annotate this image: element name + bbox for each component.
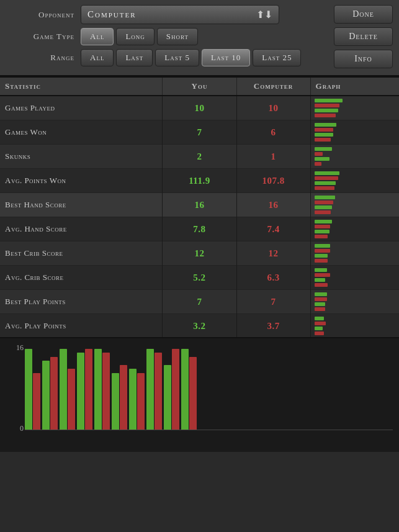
done-button[interactable]: Done	[334, 5, 393, 24]
table-row: Skunks 2 1	[0, 145, 399, 169]
graph-cell	[310, 96, 399, 120]
you-value-cell: 3.2	[163, 314, 236, 338]
side-buttons: Done Delete Info	[334, 5, 393, 68]
chart-bar-green	[164, 365, 171, 430]
chart-bar-red	[120, 365, 127, 430]
table-body: Games Played 10 10 Games Won 7 6 Skunks	[0, 96, 399, 337]
game-type-label: Game Type	[6, 32, 74, 42]
chart-bar-red	[68, 369, 75, 430]
you-value-cell: 7.8	[163, 217, 236, 241]
chart-bar-red	[172, 349, 179, 430]
you-value-cell: 111.9	[163, 169, 236, 193]
stats-table-wrapper: Statistic You Computer Graph Games Playe…	[0, 76, 399, 337]
graph-cell	[310, 145, 399, 169]
range-last-button[interactable]: Last	[116, 49, 153, 66]
game-type-short-button[interactable]: Short	[157, 28, 198, 45]
opponent-row: Opponent Computer ⬆⬇	[6, 5, 334, 24]
chart-bar-red	[155, 353, 162, 430]
comp-value-cell: 6	[236, 120, 310, 145]
graph-cell	[310, 217, 399, 241]
chart-bar-green	[181, 349, 189, 430]
graph-cell	[310, 266, 399, 290]
you-value-cell: 10	[163, 96, 236, 120]
range-buttons: All Last Last 5 Last 10 Last 25	[81, 49, 301, 66]
chart-bar-pair	[181, 349, 197, 430]
controls-layout: Opponent Computer ⬆⬇ Game Type All Long …	[6, 5, 393, 70]
chart-bar-green	[25, 349, 32, 430]
range-row: Range All Last Last 5 Last 10 Last 25	[6, 49, 334, 66]
stat-name-cell: Skunks	[0, 145, 163, 169]
opponent-label: Opponent	[6, 10, 74, 20]
comp-value-cell: 7	[236, 290, 310, 314]
stats-table-section[interactable]: Statistic You Computer Graph Games Playe…	[0, 76, 399, 337]
range-last5-button[interactable]: Last 5	[155, 49, 199, 66]
chart-bars-area	[25, 343, 393, 430]
graph-cell	[310, 120, 399, 145]
you-value-cell: 5.2	[163, 266, 236, 290]
chart-bar-red	[85, 349, 92, 430]
range-label: Range	[6, 53, 74, 63]
comp-value-cell: 6.3	[236, 266, 310, 290]
chart-bar-red	[102, 353, 110, 430]
comp-value-cell: 16	[236, 193, 310, 217]
chart-y-axis: 16 0	[5, 343, 24, 433]
you-value-cell: 7	[163, 120, 236, 145]
graph-cell	[310, 169, 399, 193]
table-row: Best Hand Score 16 16	[0, 193, 399, 217]
chart-bar-pair	[42, 357, 58, 430]
chart-bar-green	[42, 361, 50, 430]
chart-bar-green	[129, 369, 137, 430]
left-controls: Opponent Computer ⬆⬇ Game Type All Long …	[6, 5, 334, 70]
dropdown-arrow-icon: ⬆⬇	[256, 9, 272, 20]
header-row: Statistic You Computer Graph	[0, 78, 399, 96]
table-row: Avg. Crib Score 5.2 6.3	[0, 266, 399, 290]
chart-y-bottom: 0	[5, 424, 24, 433]
comp-value-cell: 12	[236, 241, 310, 266]
game-type-long-button[interactable]: Long	[116, 28, 154, 45]
chart-bar-green	[60, 349, 67, 430]
table-row: Avg. Hand Score 7.8 7.4	[0, 217, 399, 241]
info-button[interactable]: Info	[334, 50, 393, 68]
col-you: You	[163, 78, 236, 96]
table-row: Best Play Points 7 7	[0, 290, 399, 314]
game-type-row: Game Type All Long Short	[6, 28, 334, 45]
graph-cell	[310, 193, 399, 217]
chart-bar-red	[50, 357, 58, 430]
table-row: Best Crib Score 12 12	[0, 241, 399, 266]
comp-value-cell: 3.7	[236, 314, 310, 338]
chart-bar-red	[33, 373, 40, 430]
chart-bar-pair	[164, 349, 179, 430]
game-type-buttons: All Long Short	[81, 28, 198, 45]
you-value-cell: 7	[163, 290, 236, 314]
comp-value-cell: 107.8	[236, 169, 310, 193]
stat-name-cell: Best Play Points	[0, 290, 163, 314]
chart-bar-green	[112, 373, 119, 430]
chart-bar-pair	[25, 349, 40, 430]
stats-table: Statistic You Computer Graph Games Playe…	[0, 78, 399, 337]
opponent-selector[interactable]: Computer ⬆⬇	[81, 5, 279, 24]
comp-value-cell: 7.4	[236, 217, 310, 241]
chart-bar-red	[137, 373, 145, 430]
comp-value-cell: 10	[236, 96, 310, 120]
stat-name-cell: Avg. Crib Score	[0, 266, 163, 290]
chart-bar-green	[77, 353, 84, 430]
top-controls: Opponent Computer ⬆⬇ Game Type All Long …	[0, 0, 399, 76]
game-type-all-button[interactable]: All	[81, 28, 114, 45]
chart-bar-pair	[112, 365, 127, 430]
stat-name-cell: Avg. Hand Score	[0, 217, 163, 241]
delete-button[interactable]: Delete	[334, 27, 393, 46]
range-last10-button[interactable]: Last 10	[202, 49, 250, 66]
range-last25-button[interactable]: Last 25	[253, 49, 301, 66]
table-row: Avg. Play Points 3.2 3.7	[0, 314, 399, 338]
you-value-cell: 16	[163, 193, 236, 217]
you-value-cell: 12	[163, 241, 236, 266]
table-row: Games Played 10 10	[0, 96, 399, 120]
chart-bar-pair	[77, 349, 92, 430]
chart-bar-green	[146, 349, 154, 430]
comp-value-cell: 1	[236, 145, 310, 169]
graph-cell	[310, 290, 399, 314]
col-graph: Graph	[310, 78, 399, 96]
table-header: Statistic You Computer Graph	[0, 78, 399, 96]
stat-name-cell: Avg. Play Points	[0, 314, 163, 338]
range-all-button[interactable]: All	[81, 49, 114, 66]
